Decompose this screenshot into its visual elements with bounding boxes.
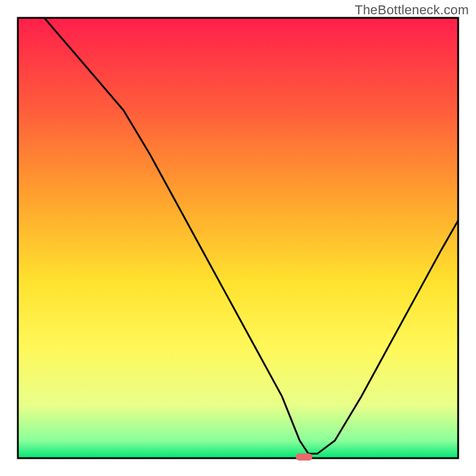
bottleneck-chart-svg — [0, 0, 476, 476]
chart-container: TheBottleneck.com — [0, 0, 476, 476]
optimal-marker — [296, 453, 312, 461]
watermark-text: TheBottleneck.com — [355, 2, 469, 18]
plot-background — [18, 18, 458, 458]
plot-area — [18, 18, 458, 461]
